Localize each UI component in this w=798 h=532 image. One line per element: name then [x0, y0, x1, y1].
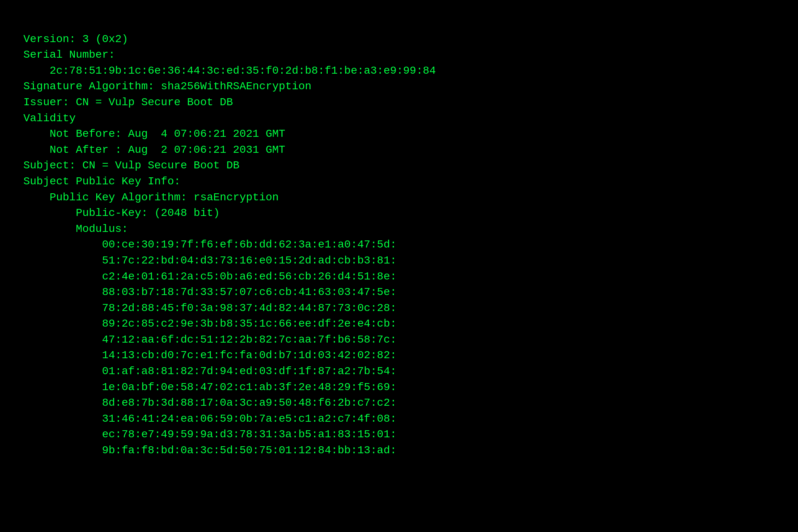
terminal-line: Not Before: Aug 4 07:06:21 2021 GMT: [23, 126, 775, 142]
terminal-line: Public Key Algorithm: rsaEncryption: [23, 190, 775, 206]
terminal-line: 2c:78:51:9b:1c:6e:36:44:3c:ed:35:f0:2d:b…: [23, 63, 775, 79]
terminal-line: 00:ce:30:19:7f:f6:ef:6b:dd:62:3a:e1:a0:4…: [23, 237, 775, 253]
terminal-line: Modulus:: [23, 221, 775, 237]
terminal-line: 14:13:cb:d0:7c:e1:fc:fa:0d:b7:1d:03:42:0…: [23, 348, 775, 364]
terminal-line: Validity: [23, 111, 775, 127]
terminal-line: 51:7c:22:bd:04:d3:73:16:e0:15:2d:ad:cb:b…: [23, 253, 775, 269]
terminal-line: 88:03:b7:18:7d:33:57:07:c6:cb:41:63:03:4…: [23, 285, 775, 300]
terminal-line: Serial Number:: [23, 47, 775, 63]
terminal-line: Subject Public Key Info:: [23, 174, 775, 190]
terminal-line: 9b:fa:f8:bd:0a:3c:5d:50:75:01:12:84:bb:1…: [23, 443, 775, 459]
terminal-line: 47:12:aa:6f:dc:51:12:2b:82:7c:aa:7f:b6:5…: [23, 332, 775, 348]
terminal-line: c2:4e:01:61:2a:c5:0b:a6:ed:56:cb:26:d4:5…: [23, 269, 775, 285]
terminal-line: 8d:e8:7b:3d:88:17:0a:3c:a9:50:48:f6:2b:c…: [23, 395, 775, 411]
terminal-line: Not After : Aug 2 07:06:21 2031 GMT: [23, 142, 775, 158]
terminal-line: 89:2c:85:c2:9e:3b:b8:35:1c:66:ee:df:2e:e…: [23, 316, 775, 332]
terminal-line: 01:af:a8:81:82:7d:94:ed:03:df:1f:87:a2:7…: [23, 364, 775, 380]
terminal-line: Subject: CN = Vulp Secure Boot DB: [23, 158, 775, 174]
terminal-line: Signature Algorithm: sha256WithRSAEncryp…: [23, 79, 775, 95]
terminal-line: Public-Key: (2048 bit): [23, 205, 775, 221]
terminal-line: 78:2d:88:45:f0:3a:98:37:4d:82:44:87:73:0…: [23, 300, 775, 316]
terminal-line: 1e:0a:bf:0e:58:47:02:c1:ab:3f:2e:48:29:f…: [23, 380, 775, 396]
terminal-line: ec:78:e7:49:59:9a:d3:78:31:3a:b5:a1:83:1…: [23, 427, 775, 443]
terminal-output: Version: 3 (0x2)Serial Number: 2c:78:51:…: [23, 16, 775, 459]
terminal-line: 31:46:41:24:ea:06:59:0b:7a:e5:c1:a2:c7:4…: [23, 411, 775, 427]
terminal-line: Issuer: CN = Vulp Secure Boot DB: [23, 95, 775, 111]
terminal-line: Version: 3 (0x2): [23, 32, 775, 48]
